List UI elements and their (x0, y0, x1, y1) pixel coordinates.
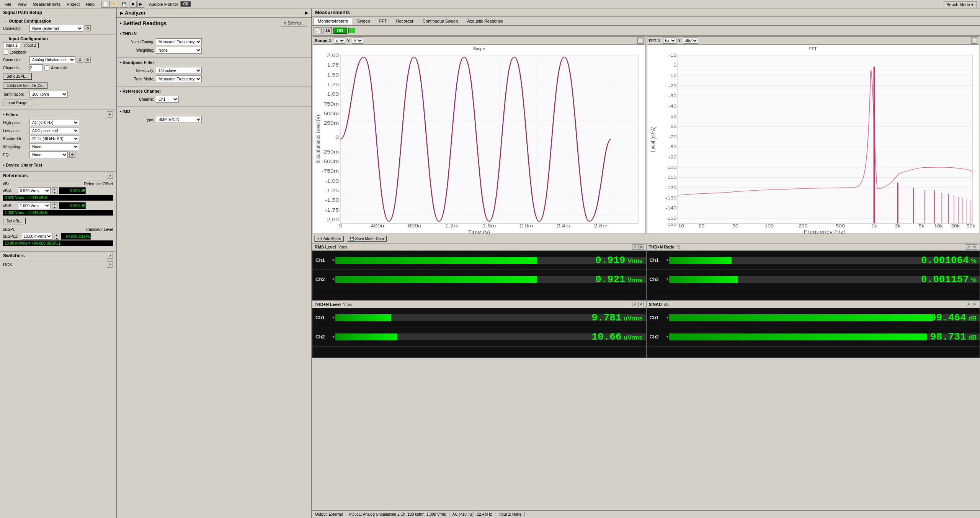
menu-file[interactable]: File (2, 1, 15, 7)
dbrb-down-arrow[interactable]: ▼ (52, 206, 57, 209)
rms-ch1-label: Ch1 (312, 257, 332, 263)
scope-expand-btn[interactable]: ⬜ (637, 38, 644, 44)
dcx-expand-btn[interactable]: ↗ (107, 261, 113, 268)
weighting-select[interactable]: None (29, 143, 79, 150)
thdr-close-btn[interactable]: ✕ (972, 244, 977, 250)
add-icon: + (317, 237, 319, 241)
thdr-ch1-arrow[interactable]: ▼ (666, 258, 670, 262)
switchers-expand-btn[interactable]: ↗ (107, 253, 113, 259)
dbrb-offset-input[interactable] (59, 202, 86, 209)
set-dbspl-btn[interactable]: Set dBSPL... (3, 73, 32, 80)
sinad-ch2-arrow[interactable]: ▼ (666, 335, 670, 339)
low-pass-select[interactable]: ADC passband (29, 127, 79, 134)
channels-input[interactable] (29, 64, 43, 71)
on-btn[interactable]: ON (333, 28, 347, 34)
loopback-checkbox[interactable] (3, 50, 8, 55)
tab-fft[interactable]: FFT (375, 18, 391, 25)
menu-view[interactable]: View (15, 1, 30, 7)
settings-btn[interactable]: ⚙ Settings... (280, 20, 308, 26)
output-gear-btn[interactable]: ⚙ (85, 25, 91, 31)
rms-ch2-arrow[interactable]: ▼ (332, 277, 335, 281)
fft-y-select[interactable]: dBrA (683, 38, 698, 44)
add-meter-btn[interactable]: + + Add Meter (314, 236, 344, 242)
bandwidth-select[interactable]: 22.4k (48 kHz SR) (29, 135, 79, 142)
thdr-ch2-label: Ch2 (647, 276, 666, 282)
input2-tab[interactable]: Input 2 (22, 42, 39, 48)
input-range-btn[interactable]: Input Range... (3, 100, 34, 106)
analyzer-expand2-icon[interactable]: ▶ (305, 10, 308, 15)
rms-expand-btn[interactable]: ↗ (632, 244, 637, 250)
thdl-expand-btn[interactable]: ↗ (632, 302, 637, 307)
eq-gear-btn[interactable]: ⚙ (69, 152, 75, 158)
sinad-ch1-arrow[interactable]: ▼ (666, 315, 670, 320)
termination-select[interactable]: 100 kohm (29, 91, 68, 98)
thdl-unit: Vrms (343, 302, 352, 307)
dbra-offset-input[interactable] (59, 187, 86, 194)
menu-help[interactable]: Help (83, 1, 98, 7)
bench-mode-btn[interactable]: Bench Mode ▾ (943, 1, 977, 8)
toolbar-new[interactable]: 📄 (101, 1, 110, 8)
imd-type-select[interactable]: SMPTE/DIN (156, 116, 202, 123)
filters-expand-btn[interactable]: ▼ (107, 111, 113, 118)
tab-continuous-sweep[interactable]: Continuous Sweep (418, 18, 462, 25)
audible-monitor-off-btn[interactable]: Off (180, 1, 191, 7)
menu-project[interactable]: Project (64, 1, 83, 7)
thdr-ch2-arrow[interactable]: ▼ (666, 277, 670, 281)
dbspl1-up-arrow[interactable]: ▲ (54, 233, 59, 237)
menu-measurements[interactable]: Measurements (29, 1, 64, 7)
high-pass-select[interactable]: AC (<10 Hz) (29, 119, 79, 126)
input-gear-btn[interactable]: ⚙ (77, 57, 83, 63)
dbspl1-down-arrow[interactable]: ▼ (54, 237, 59, 240)
scope-icon-btn[interactable]: 📈 (314, 27, 322, 34)
tab-recorder[interactable]: Recorder (392, 18, 418, 25)
thdl-ch2-arrow[interactable]: ▼ (332, 335, 335, 339)
toolbar-play[interactable]: ▶ (137, 1, 144, 8)
fft-x-select[interactable]: Hz (663, 38, 676, 44)
input-connector-select[interactable]: Analog Unbalanced (29, 56, 75, 63)
selectivity-select[interactable]: 1/3 octave (156, 67, 202, 74)
rms-ch1-arrow[interactable]: ▼ (332, 258, 335, 262)
connector-select[interactable]: None (External) (29, 25, 83, 32)
dbspl-col-header: dBSPL (3, 227, 15, 232)
scope-y-select[interactable]: V (352, 38, 363, 44)
aa-btn[interactable]: AA (323, 27, 332, 34)
scope-x-select[interactable]: s (334, 38, 345, 44)
analyzer-expand-icon[interactable]: ▶ (120, 10, 123, 16)
save-meter-btn[interactable]: 💾 Save Meter Data (347, 236, 387, 242)
thdn-weighting-select[interactable]: None (156, 47, 202, 54)
fft-expand-btn[interactable]: ⬜ (971, 38, 977, 44)
calibrate-teds-btn[interactable]: Calibrate from TEDS.. (3, 82, 47, 89)
thdl-ch1-arrow[interactable]: ▼ (332, 315, 335, 320)
eq-select[interactable]: None (29, 151, 68, 158)
sinad-close-btn[interactable]: ✕ (972, 302, 977, 307)
settled-readings-label: • Settled Readings (120, 20, 167, 26)
dbrb-select[interactable]: 1.000 Vrms (18, 202, 51, 209)
dbra-up-arrow[interactable]: ▲ (52, 188, 57, 191)
dbspl1-select[interactable]: 10.00 mVrms (22, 233, 52, 240)
rms-close-btn[interactable]: ✕ (638, 244, 644, 250)
dbrb-display: 1.000 Vrms = 0.000 dBrB (3, 210, 113, 216)
dbra-select[interactable]: 0.920 Vrms (18, 187, 51, 194)
dbra-label: dBrA: (3, 189, 16, 193)
sinad-expand-btn[interactable]: ↗ (966, 302, 971, 307)
dbra-down-arrow[interactable]: ▼ (52, 191, 57, 194)
ref-channel-select[interactable]: Ch1 (156, 96, 179, 103)
set-dbr-btn[interactable]: Set dBr... (3, 218, 26, 224)
thdr-expand-btn[interactable]: ↗ (966, 244, 971, 250)
acoustic-checkbox[interactable] (44, 65, 49, 70)
toolbar-save[interactable]: 💾 (120, 1, 128, 8)
tune-mode-select[interactable]: Measured Frequency (156, 75, 202, 82)
tab-monitors-meters[interactable]: Monitors/Meters (314, 18, 352, 25)
thdl-close-btn[interactable]: ✕ (638, 302, 644, 307)
dbrb-up-arrow[interactable]: ▲ (52, 203, 57, 206)
references-expand-btn[interactable]: ↗ (107, 173, 113, 179)
dbspl1-cal-input[interactable] (61, 233, 91, 240)
tab-sweep[interactable]: Sweep (353, 18, 374, 25)
toolbar-record[interactable]: ⏺ (129, 1, 137, 8)
tab-acoustic-response[interactable]: Acoustic Response (463, 18, 507, 25)
input-gear2-btn[interactable]: ⚙ (85, 57, 91, 63)
svg-text:50k: 50k (966, 224, 975, 229)
toolbar-open[interactable]: 📂 (111, 1, 119, 8)
notch-tuning-select[interactable]: Measured Frequency (156, 38, 202, 45)
input1-tab[interactable]: Input 1 (3, 42, 20, 48)
